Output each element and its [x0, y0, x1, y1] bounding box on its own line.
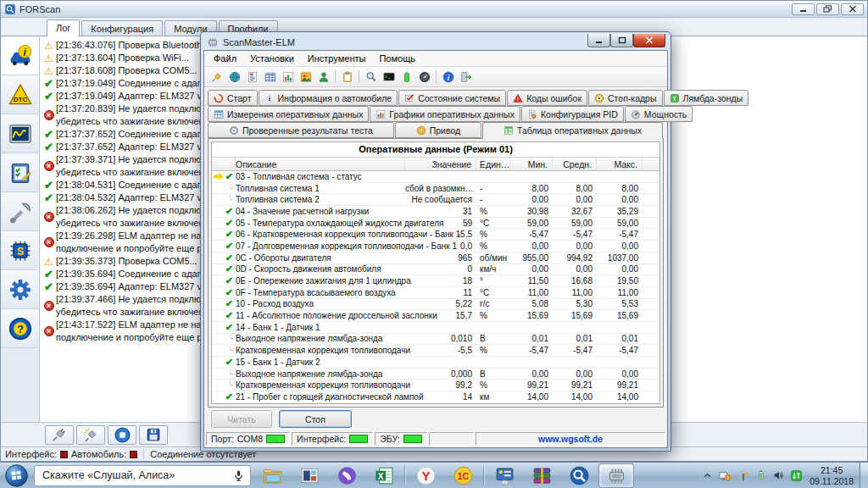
column-unit[interactable]: Един…	[476, 158, 510, 170]
scanmaster-tab[interactable]: iИнформация о автомобиле	[259, 90, 398, 106]
taskbar-viber-button[interactable]	[329, 463, 364, 488]
hidden-buttons-icon[interactable]	[700, 468, 715, 483]
scanmaster-tab[interactable]: Графики оперативных данных	[370, 106, 520, 122]
adapter-connect-button[interactable]	[208, 69, 225, 86]
table-row[interactable]: ✔0C - Обороты двигателя965об/мин955,0099…	[212, 252, 659, 264]
globe-button[interactable]	[225, 69, 243, 86]
info-button[interactable]: i	[439, 69, 457, 86]
table-row[interactable]: ✔0E - Опережение зажигания для 1 цилиндр…	[212, 275, 659, 287]
volume-button[interactable]	[771, 468, 786, 483]
scanmaster-tab[interactable]: Привод	[395, 122, 481, 138]
taskbar-explorer-button[interactable]	[254, 463, 290, 488]
taskbar-clock[interactable]: 21:45 09.11.2018	[807, 464, 860, 486]
scanmaster-tab[interactable]: Стоп-кадры	[588, 90, 662, 106]
table-row[interactable]: ✔03 - Топливная система - статус	[212, 171, 659, 183]
plug-connect-button[interactable]	[45, 425, 74, 445]
table-row[interactable]: ✔11 - Абсолютное положение дроссельной з…	[212, 310, 659, 322]
table-row[interactable]: ✔0F - Температура всасываемого воздуха11…	[212, 287, 659, 299]
website-link[interactable]: www.wgsoft.de	[538, 434, 603, 444]
forscan-titlebar[interactable]: FORScan	[1, 1, 867, 18]
user-button[interactable]	[314, 69, 332, 86]
data-table-button[interactable]	[261, 69, 279, 86]
maximize-button[interactable]	[610, 34, 633, 47]
column-min[interactable]: Мин.	[510, 158, 553, 170]
column-max[interactable]: Макс.	[597, 158, 643, 170]
yandex-disk-button[interactable]	[789, 468, 804, 483]
table-row[interactable]: └Выходное напряжение лямбда-зонда0,000В0…	[212, 369, 659, 380]
forscan-sidebar-button[interactable]: i	[1, 36, 39, 75]
taskbar-1c-button[interactable]: 1С	[445, 463, 481, 488]
table-header[interactable]: Описание Значение Един… Мин. Средн. Макс…	[212, 158, 659, 171]
table-row[interactable]: ✔10 - Расход воздуха5,22г/с5,085,305,53	[212, 299, 659, 311]
exit-button[interactable]	[457, 69, 475, 86]
scanmaster-titlebar[interactable]: ScanMaster-ELM	[203, 34, 668, 50]
taskbar-photo-viewer-button[interactable]	[292, 463, 327, 488]
scanmaster-tab[interactable]: Старт	[208, 90, 258, 106]
stop-button[interactable]: Стоп	[279, 410, 352, 428]
forscan-sidebar-button[interactable]	[1, 192, 39, 231]
terminal-button[interactable]	[380, 69, 398, 86]
close-button[interactable]	[841, 3, 864, 15]
minimize-button[interactable]	[792, 3, 815, 15]
show-desktop-button[interactable]	[860, 463, 868, 488]
close-button[interactable]	[633, 34, 665, 47]
table-row[interactable]: ✔15 - Банк 1 - Датчик 2	[212, 357, 659, 369]
forscan-tab[interactable]: Конфигурация	[81, 20, 163, 36]
forscan-sidebar-button[interactable]	[1, 270, 39, 309]
taskbar-excel-button[interactable]: X	[366, 463, 402, 488]
microphone-icon[interactable]	[232, 469, 245, 482]
menu-item[interactable]: Инструменты	[301, 52, 373, 65]
scanmaster-tab[interactable]: Мощность	[625, 106, 693, 122]
clipboard-button[interactable]	[338, 69, 356, 86]
dashboard-button[interactable]	[297, 69, 314, 86]
menu-item[interactable]: Файл	[207, 52, 243, 65]
table-row[interactable]: ✔05 - Температура охлаждающей жидкости д…	[212, 218, 659, 230]
forscan-sidebar-button[interactable]: S	[1, 231, 39, 270]
save-button[interactable]	[139, 425, 168, 445]
menu-item[interactable]: Помощь	[372, 52, 422, 65]
table-row[interactable]: └Топливная система 1сбой в разомкн…-8,00…	[212, 183, 659, 195]
plug-disconnect-button[interactable]	[76, 425, 105, 445]
vehicle-report-button[interactable]	[243, 69, 261, 86]
search-button[interactable]	[362, 69, 380, 86]
table-row[interactable]: ✔07 - Долговременная коррекция топливопо…	[212, 241, 659, 252]
scanmaster-tab[interactable]: !Коды ошибок	[507, 90, 587, 106]
table-row[interactable]: └Кратковременная коррекция топливоподачи…	[212, 345, 659, 357]
table-row[interactable]: └Топливная система 2Не сообщается-0,000,…	[212, 194, 659, 206]
scanmaster-tab[interactable]: Конфигурация PID	[521, 106, 624, 122]
forscan-sidebar-button[interactable]	[1, 153, 39, 192]
forscan-sidebar-button[interactable]: ?	[1, 309, 39, 348]
stop-round-button[interactable]	[108, 425, 136, 445]
data-chart-button[interactable]	[279, 69, 297, 86]
table-row[interactable]: └Выходное напряжение лямбда-зонда0,010В0…	[212, 334, 659, 346]
read-button[interactable]: Читать	[211, 410, 272, 428]
minimize-button[interactable]	[587, 34, 610, 47]
taskbar-search-input[interactable]: Скажите «Слушай, Алиса»	[34, 465, 251, 486]
scanmaster-tab[interactable]: Измерения оперативных данных	[208, 106, 369, 122]
network-status-button[interactable]: !	[718, 468, 732, 483]
forscan-sidebar-button[interactable]	[1, 114, 39, 153]
table-row[interactable]: ✔21 - Пробег с горящей диагностической л…	[212, 391, 659, 403]
column-description[interactable]: Описание	[236, 158, 405, 170]
menu-item[interactable]: Установки	[243, 52, 301, 65]
taskbar-winrar-button[interactable]	[524, 463, 559, 488]
forscan-tab[interactable]: Лог	[47, 19, 80, 36]
column-avg[interactable]: Средн.	[553, 158, 597, 170]
scanmaster-tab[interactable]: Состояние системы	[398, 90, 506, 106]
gauge-button[interactable]	[415, 69, 433, 86]
start-button[interactable]	[0, 463, 32, 488]
table-row[interactable]: ✔04 - Значение расчетной нагрузки31%30,9…	[212, 206, 659, 218]
restore-button[interactable]	[816, 3, 839, 15]
taskbar-scanmaster-app-button[interactable]	[598, 463, 634, 488]
table-row[interactable]: ✔14 - Банк 1 - Датчик 1	[212, 322, 659, 334]
column-value[interactable]: Значение	[405, 158, 476, 170]
forscan-sidebar-button[interactable]: DTC	[1, 75, 39, 114]
battery-tray-button[interactable]	[754, 468, 768, 483]
taskbar-forscan-app-button[interactable]	[561, 463, 597, 488]
table-row[interactable]: ✔06 - Кратковременная коррекция топливоп…	[212, 229, 659, 241]
signal-strength-button[interactable]	[736, 468, 750, 483]
table-row[interactable]: └Кратковременная коррекция топливоподачи…	[212, 380, 659, 391]
scanmaster-tab[interactable]: Проверенные результаты теста	[208, 122, 394, 138]
taskbar-yandex-browser-button[interactable]: Y	[408, 463, 443, 488]
scanmaster-tab[interactable]: Таблица оперативных данных	[482, 122, 663, 139]
